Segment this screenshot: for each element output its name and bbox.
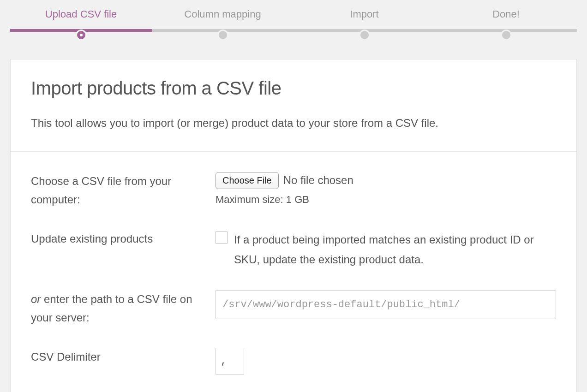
update-existing-checkbox[interactable]: [216, 232, 228, 244]
no-file-chosen-text: No file chosen: [283, 174, 353, 187]
delimiter-label: CSV Delimiter: [31, 348, 216, 367]
row-choose-file: Choose a CSV file from your computer: Ch…: [31, 172, 556, 210]
delimiter-input[interactable]: [216, 348, 244, 375]
page-title: Import products from a CSV file: [31, 78, 556, 99]
update-existing-label: Update existing products: [31, 230, 216, 249]
step-upload[interactable]: Upload CSV file: [10, 8, 152, 41]
main-panel: Import products from a CSV file This too…: [10, 59, 577, 392]
step-import-label: Import: [294, 8, 435, 20]
or-prefix: or: [31, 293, 41, 305]
server-path-input[interactable]: [216, 290, 556, 319]
step-upload-circle: [76, 30, 87, 41]
step-mapping-label: Column mapping: [152, 8, 294, 20]
step-done-label: Done!: [435, 8, 577, 20]
path-label-text: enter the path to a CSV file on your ser…: [31, 293, 192, 324]
step-import-circle: [359, 30, 370, 41]
row-delimiter: CSV Delimiter: [31, 348, 556, 375]
server-path-label: or enter the path to a CSV file on your …: [31, 290, 216, 328]
step-mapping[interactable]: Column mapping: [152, 8, 294, 41]
progress-steps: Upload CSV file Column mapping Import Do…: [10, 0, 577, 41]
max-size-text: Maximum size: 1 GB: [216, 194, 556, 206]
page-description: This tool allows you to import (or merge…: [31, 115, 556, 131]
choose-file-label: Choose a CSV file from your computer:: [31, 172, 216, 210]
step-done[interactable]: Done!: [435, 8, 577, 41]
update-existing-description: If a product being imported matches an e…: [234, 230, 556, 269]
choose-file-button[interactable]: Choose File: [216, 172, 279, 189]
form-table: Choose a CSV file from your computer: Ch…: [11, 152, 576, 392]
panel-header: Import products from a CSV file This too…: [11, 59, 576, 152]
row-server-path: or enter the path to a CSV file on your …: [31, 290, 556, 328]
step-mapping-circle: [217, 30, 228, 41]
step-done-circle: [501, 30, 512, 41]
step-import[interactable]: Import: [294, 8, 435, 41]
step-upload-label: Upload CSV file: [10, 8, 152, 20]
row-update-existing: Update existing products If a product be…: [31, 230, 556, 269]
